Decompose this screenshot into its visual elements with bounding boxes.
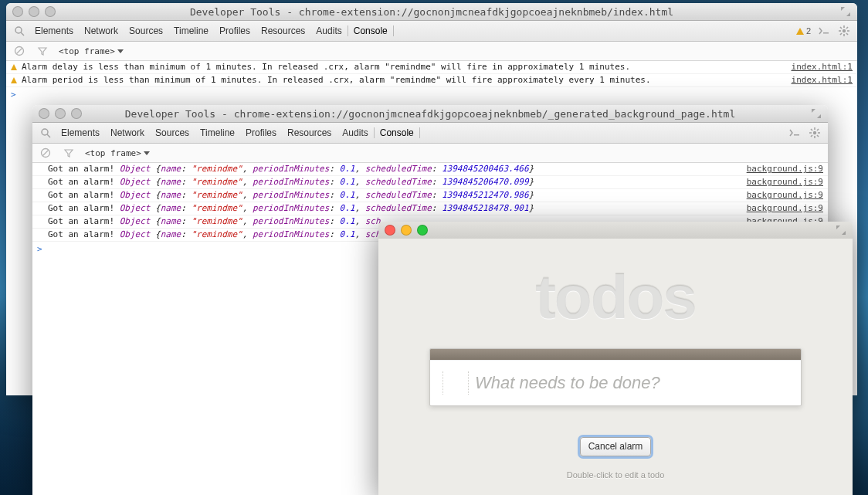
titlebar[interactable]: Developer Tools - chrome-extension://goc…: [32, 105, 828, 123]
clear-console-icon[interactable]: [12, 44, 26, 58]
svg-line-11: [840, 33, 842, 35]
tab-timeline[interactable]: Timeline: [195, 127, 240, 138]
clear-console-icon[interactable]: [39, 146, 53, 160]
svg-line-1: [21, 32, 24, 36]
drawer-toggle-icon[interactable]: [788, 126, 802, 140]
cancel-alarm-button[interactable]: Cancel alarm: [580, 437, 652, 456]
svg-line-23: [817, 135, 819, 137]
expand-icon[interactable]: [840, 6, 851, 17]
svg-rect-16: [794, 134, 799, 136]
titlebar[interactable]: [378, 222, 853, 239]
zoom-button[interactable]: [45, 6, 56, 17]
tab-sources[interactable]: Sources: [150, 127, 195, 138]
console-log-row: Got an alarm! Object {name: "remindme", …: [32, 176, 828, 189]
expand-icon[interactable]: [836, 225, 846, 236]
console-message: Got an alarm! Object {name: "remindme", …: [48, 202, 737, 215]
svg-line-25: [811, 135, 812, 137]
svg-line-9: [846, 33, 848, 35]
warning-count-badge[interactable]: 2: [796, 26, 811, 36]
svg-line-13: [17, 49, 22, 54]
console-message: Got an alarm! Object {name: "remindme", …: [48, 163, 737, 175]
console-warning-row: Alarm period is less than minimum of 1 m…: [6, 74, 857, 87]
tab-profiles[interactable]: Profiles: [214, 25, 256, 36]
traffic-lights[interactable]: [39, 108, 82, 119]
minimize-button[interactable]: [55, 108, 66, 119]
source-link[interactable]: background.js:9: [737, 189, 823, 202]
chevron-down-icon: [117, 49, 124, 53]
svg-rect-2: [823, 32, 829, 34]
devtools-tabs: Elements Network Sources Timeline Profil…: [56, 127, 420, 138]
tab-timeline[interactable]: Timeline: [168, 25, 214, 36]
devtools-toolbar: Elements Network Sources Timeline Profil…: [6, 21, 857, 42]
console-prompt[interactable]: >: [6, 87, 857, 103]
tab-profiles[interactable]: Profiles: [240, 127, 282, 138]
filter-icon[interactable]: [62, 146, 76, 160]
svg-point-3: [843, 29, 846, 32]
tab-network[interactable]: Network: [105, 127, 150, 138]
new-todo-input[interactable]: What needs to be done?: [430, 360, 801, 405]
tab-resources[interactable]: Resources: [282, 127, 337, 138]
source-link[interactable]: index.html:1: [782, 61, 853, 73]
source-link[interactable]: index.html:1: [782, 74, 853, 86]
settings-icon[interactable]: [837, 24, 851, 38]
source-link[interactable]: background.js:9: [737, 176, 823, 188]
tab-console[interactable]: Console: [374, 127, 420, 138]
search-icon[interactable]: [12, 24, 26, 38]
footer-help-text: Double-click to edit a todo: [378, 470, 853, 480]
tab-audits[interactable]: Audits: [310, 25, 347, 36]
zoom-button[interactable]: [417, 225, 428, 236]
minimize-button[interactable]: [401, 225, 412, 236]
svg-point-17: [813, 131, 816, 134]
tab-network[interactable]: Network: [79, 25, 124, 36]
devtools-tabs: Elements Network Sources Timeline Profil…: [29, 25, 394, 36]
frame-selector[interactable]: <top frame>: [59, 46, 124, 56]
tab-elements[interactable]: Elements: [29, 25, 79, 36]
zoom-button[interactable]: [71, 108, 82, 119]
console-subbar: <top frame>: [32, 144, 828, 163]
traffic-lights[interactable]: [12, 6, 56, 17]
todos-heading: todos: [378, 262, 853, 333]
tab-elements[interactable]: Elements: [56, 127, 105, 138]
card-margin: [442, 371, 469, 395]
svg-line-15: [47, 134, 50, 137]
devtools-toolbar: Elements Network Sources Timeline Profil…: [32, 123, 828, 144]
svg-line-27: [43, 151, 49, 156]
todos-body: todos What needs to be done? Cancel alar…: [378, 239, 853, 480]
chevron-down-icon: [144, 151, 150, 155]
svg-point-0: [15, 27, 22, 33]
close-button[interactable]: [39, 108, 49, 119]
svg-line-24: [817, 129, 819, 131]
svg-line-10: [846, 27, 848, 29]
tab-console[interactable]: Console: [348, 25, 394, 36]
window-title: Developer Tools - chrome-extension://goc…: [32, 108, 828, 120]
close-button[interactable]: [385, 225, 395, 236]
traffic-lights[interactable]: [385, 225, 428, 236]
window-title: Developer Tools - chrome-extension://goc…: [6, 6, 857, 18]
search-icon[interactable]: [39, 126, 53, 140]
settings-icon[interactable]: [808, 126, 822, 140]
console-log-row: Got an alarm! Object {name: "remindme", …: [32, 163, 828, 176]
source-link[interactable]: background.js:9: [737, 163, 823, 175]
frame-selector[interactable]: <top frame>: [85, 148, 150, 158]
console-log-row: Got an alarm! Object {name: "remindme", …: [32, 189, 828, 202]
svg-line-22: [811, 129, 812, 131]
warning-icon: [11, 77, 17, 83]
warning-icon: [11, 64, 17, 70]
expand-icon[interactable]: [811, 108, 822, 119]
tab-resources[interactable]: Resources: [256, 25, 310, 36]
tab-sources[interactable]: Sources: [124, 25, 168, 36]
console-subbar: <top frame>: [6, 42, 857, 61]
console-message: Got an alarm! Object {name: "remindme", …: [48, 176, 737, 188]
console-warning-row: Alarm delay is less than minimum of 1 mi…: [6, 61, 857, 74]
minimize-button[interactable]: [29, 6, 39, 17]
warning-icon: [796, 28, 804, 35]
titlebar[interactable]: Developer Tools - chrome-extension://goc…: [6, 3, 857, 21]
card-top-stripe: [430, 349, 801, 360]
tab-audits[interactable]: Audits: [337, 127, 373, 138]
new-todo-placeholder: What needs to be done?: [469, 373, 660, 393]
source-link[interactable]: background.js:9: [737, 202, 823, 215]
drawer-toggle-icon[interactable]: [817, 24, 831, 38]
console-output: Alarm delay is less than minimum of 1 mi…: [6, 61, 857, 103]
close-button[interactable]: [12, 6, 23, 17]
filter-icon[interactable]: [36, 44, 49, 58]
